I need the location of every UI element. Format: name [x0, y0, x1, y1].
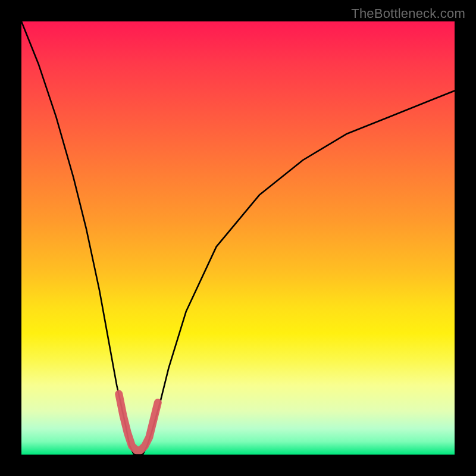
watermark-text: TheBottleneck.com	[351, 6, 465, 21]
optimal-range-highlight	[119, 394, 158, 450]
chart-frame: TheBottleneck.com	[0, 0, 476, 476]
bottleneck-curve	[21, 21, 455, 455]
chart-svg	[21, 21, 455, 455]
plot-area	[21, 21, 455, 455]
